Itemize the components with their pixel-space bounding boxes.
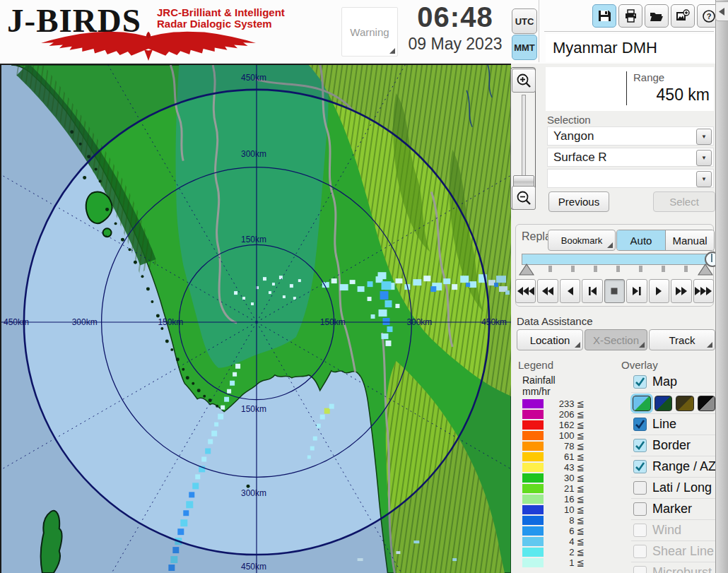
rainfall-legend: 233 ≦206 ≦162 ≦100 ≦78 ≦61 ≦43 ≦30 ≦21 ≦…	[522, 398, 593, 568]
legend-color-swatch	[522, 399, 544, 408]
slider-tick	[616, 266, 620, 272]
range-start-marker[interactable]	[519, 264, 534, 276]
slider-tick	[571, 266, 575, 272]
chevron-down-icon[interactable]: ▼	[696, 129, 712, 145]
checkbox[interactable]	[633, 418, 647, 431]
map-style-swatch[interactable]	[633, 396, 651, 411]
overlay-item-microburst: Microburst	[631, 562, 715, 573]
fast-forward-button[interactable]	[671, 279, 691, 303]
play-reverse-button[interactable]	[560, 279, 580, 303]
range-ring-label: 300km	[72, 317, 98, 327]
play-button[interactable]	[649, 279, 669, 303]
legend-color-swatch	[522, 505, 544, 514]
range-ring-label: 150km	[320, 317, 346, 327]
utc-button[interactable]: UTC	[512, 8, 537, 34]
x-section-button[interactable]: X-Section	[585, 329, 647, 350]
range-end-marker[interactable]	[698, 264, 713, 276]
panel-scroll-strip[interactable]	[715, 0, 728, 573]
panel-collapse-button[interactable]	[715, 1, 728, 21]
fast-rewind-button[interactable]	[515, 279, 536, 303]
legend-color-swatch	[522, 526, 544, 536]
save-button[interactable]	[592, 4, 616, 28]
map-style-swatch[interactable]	[676, 396, 694, 411]
legend-color-swatch	[522, 516, 544, 525]
station-name: Myanmar DMH	[546, 34, 714, 62]
checkbox[interactable]	[633, 375, 647, 389]
jbirds-logo: J-BIRDS JRC-Brilliant & Intelligent Rada…	[7, 0, 290, 62]
zoom-slider-track[interactable]	[522, 95, 526, 184]
legend-value: 2 ≦	[548, 547, 585, 557]
overlay-item-label: Border	[652, 438, 691, 453]
select-button[interactable]: Select	[653, 191, 715, 212]
zoom-out-button[interactable]	[512, 186, 536, 210]
overlay-item-border: Border	[631, 435, 715, 456]
location-button[interactable]: Location	[517, 329, 583, 350]
legend-value: 16 ≦	[548, 494, 585, 504]
product-dropdown[interactable]: Surface R ▼	[547, 148, 714, 167]
legend-row: 206 ≦	[522, 409, 593, 420]
fastest-forward-button[interactable]	[693, 279, 714, 303]
stop-button[interactable]	[604, 279, 625, 303]
header-divider	[539, 0, 539, 62]
track-button[interactable]: Track	[649, 329, 715, 350]
chevron-down-icon[interactable]: ▼	[696, 150, 712, 166]
map-style-swatch[interactable]	[698, 396, 716, 411]
check-icon	[634, 376, 646, 388]
help-icon: ?	[702, 9, 716, 23]
legend-row: 2 ≦	[522, 547, 593, 557]
bookmark-button[interactable]: Bookmark	[548, 230, 616, 251]
mmt-button[interactable]: MMT	[512, 35, 537, 60]
legend-title: Rainfall mm/hr	[522, 374, 556, 397]
checkbox[interactable]	[633, 439, 647, 452]
add-image-button[interactable]	[671, 4, 695, 28]
print-button[interactable]	[618, 4, 642, 28]
range-ring-label: 450km	[241, 73, 266, 83]
zoom-in-button[interactable]	[512, 69, 536, 93]
playback-glyph-icon	[676, 286, 687, 296]
legend-value: 100 ≦	[548, 430, 585, 441]
checkbox[interactable]	[633, 481, 647, 495]
replay-mode-toggle: Auto Manual	[616, 230, 715, 251]
map-zoom-control	[510, 67, 536, 210]
previous-button[interactable]: Previous	[548, 191, 609, 212]
warning-button[interactable]: Warning	[341, 7, 398, 57]
legend-value: 1 ≦	[548, 557, 585, 568]
chevron-down-icon[interactable]: ▼	[696, 171, 712, 187]
manual-button[interactable]: Manual	[666, 230, 714, 250]
check-icon	[634, 439, 646, 451]
legend-color-swatch	[522, 473, 544, 483]
corner-expand-icon	[389, 48, 395, 54]
overlay-item-label: Range / AZ	[652, 459, 716, 474]
check-icon	[634, 461, 646, 473]
step-back-button[interactable]	[582, 279, 602, 303]
slider-tick	[684, 266, 688, 272]
replay-progress-slider[interactable]	[522, 254, 712, 265]
rewind-button[interactable]	[537, 279, 558, 303]
save-icon	[598, 9, 611, 23]
option-dropdown[interactable]: ▼	[547, 169, 714, 188]
radar-map: 450km300km150km150km300km450km 450km300k…	[1, 65, 511, 573]
step-forward-button[interactable]	[626, 279, 647, 303]
overlay-label: Overlay	[621, 359, 658, 371]
legend-value: 43 ≦	[548, 462, 585, 473]
open-folder-button[interactable]	[645, 4, 669, 28]
toolbar: ?	[592, 4, 721, 28]
playback-glyph-icon	[656, 286, 662, 296]
overlay-item-range-az: Range / AZ	[631, 456, 715, 477]
radar-map-viewport[interactable]: 450km300km150km150km300km450km 450km300k…	[0, 64, 511, 573]
jbirds-radar-app: J-BIRDS JRC-Brilliant & Intelligent Rada…	[0, 0, 728, 573]
map-style-swatch[interactable]	[654, 396, 673, 411]
checkbox[interactable]	[633, 502, 647, 516]
site-dropdown[interactable]: Yangon ▼	[547, 126, 714, 146]
range-ring-label: 150km	[241, 404, 266, 414]
corner-expand-icon	[707, 342, 712, 348]
legend-color-swatch	[522, 495, 544, 504]
legend-row: 43 ≦	[522, 462, 593, 473]
auto-button[interactable]: Auto	[617, 230, 666, 250]
overlay-item-line: Line	[631, 413, 715, 435]
legend-color-swatch	[522, 420, 544, 430]
legend-label: Legend	[518, 359, 553, 371]
checkbox[interactable]	[633, 460, 647, 473]
legend-value: 30 ≦	[548, 473, 585, 483]
range-ring-label: 300km	[241, 149, 266, 159]
